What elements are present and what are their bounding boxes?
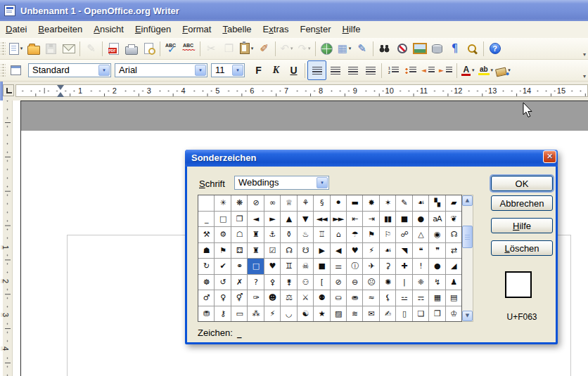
char-cell[interactable]: ⚉ xyxy=(314,290,329,306)
auto-spellcheck-button[interactable] xyxy=(180,39,198,58)
scroll-down-icon[interactable]: ▼ xyxy=(462,311,473,321)
char-cell[interactable]: ☙ xyxy=(380,243,395,259)
char-cell[interactable]: ◉ xyxy=(429,227,445,242)
paragraph-style-combo[interactable]: Standard ▼ xyxy=(28,63,111,77)
find-replace-button[interactable] xyxy=(376,39,393,58)
title-bar[interactable]: Unbenannt 1 - OpenOffice.org Writer xyxy=(0,0,588,21)
char-cell[interactable]: ☊ xyxy=(281,243,296,259)
char-cell[interactable] xyxy=(198,195,214,211)
char-cell[interactable]: ☗ xyxy=(198,243,214,259)
char-cell[interactable]: ▰ xyxy=(446,195,461,211)
char-cell[interactable]: ≋ xyxy=(347,306,362,322)
help-button[interactable] xyxy=(486,39,504,58)
char-cell[interactable]: ◡ xyxy=(281,306,296,322)
bold-button[interactable]: F xyxy=(250,61,267,79)
char-cell[interactable]: ⇥ xyxy=(363,212,378,227)
char-cell[interactable]: ▚ xyxy=(429,195,445,211)
char-cell[interactable]: ▲ xyxy=(281,212,296,227)
char-cell[interactable]: ▭ xyxy=(231,306,247,322)
insert-table-button[interactable]: ▦▾ xyxy=(335,39,353,58)
format-paintbrush-button[interactable]: ✐ xyxy=(255,39,273,58)
char-cell[interactable]: _ xyxy=(198,212,214,227)
char-cell[interactable]: ▬ xyxy=(347,195,362,211)
char-cell[interactable]: ☻ xyxy=(264,290,280,306)
send-email-button[interactable] xyxy=(60,39,77,58)
char-cell[interactable]: ⚡ xyxy=(264,306,280,322)
dropdown-arrow-icon[interactable]: ▾ xyxy=(290,46,293,51)
align-left-button[interactable] xyxy=(307,60,326,80)
char-cell[interactable]: ✶ xyxy=(380,195,395,211)
help-button[interactable]: Hilfe xyxy=(491,218,553,233)
close-icon[interactable] xyxy=(543,150,556,163)
char-cell[interactable]: ∞ xyxy=(264,195,280,211)
dropdown-arrow-icon[interactable]: ▾ xyxy=(20,46,23,51)
char-cell[interactable]: ⌂ xyxy=(331,227,346,242)
char-cell[interactable]: ◄◄ xyxy=(314,212,329,227)
char-cell[interactable]: ✍ xyxy=(380,306,395,322)
char-cell[interactable]: ★ xyxy=(314,306,329,322)
align-right-button[interactable] xyxy=(344,61,362,79)
char-cell[interactable]: ⚑ xyxy=(363,227,378,242)
char-cell[interactable]: ✉ xyxy=(363,306,378,322)
menu-bearbeiten[interactable]: Bearbeiten xyxy=(32,22,88,37)
grid-scrollbar[interactable]: ▲ ▼ xyxy=(462,195,473,322)
char-cell[interactable]: □ xyxy=(215,212,230,227)
char-cell[interactable]: ■ xyxy=(314,259,329,274)
char-cell[interactable]: ⚎ xyxy=(413,290,428,306)
toolbar-options-icon[interactable]: ▾ xyxy=(583,73,586,79)
char-cell[interactable]: ♂ xyxy=(198,290,214,306)
char-cell[interactable]: ❏ xyxy=(413,306,428,322)
menu-einfgen[interactable]: Einfügen xyxy=(129,22,177,37)
align-center-button[interactable] xyxy=(326,61,344,79)
new-document-button[interactable]: ▾ xyxy=(7,39,25,58)
background-color-button[interactable]: ▾ xyxy=(494,61,512,79)
scrollbar-thumb[interactable] xyxy=(462,226,473,248)
bullet-list-button[interactable] xyxy=(402,61,419,79)
char-cell[interactable]: ⊘ xyxy=(331,275,346,290)
zoom-button[interactable] xyxy=(464,39,481,58)
char-cell[interactable]: ⇤ xyxy=(347,212,362,227)
char-cell[interactable]: ⛀ xyxy=(331,290,346,306)
char-cell[interactable]: ►► xyxy=(331,212,346,227)
dropdown-arrow-icon[interactable]: ▾ xyxy=(251,46,254,51)
char-cell[interactable]: ? xyxy=(248,275,263,290)
cancel-button[interactable]: Abbrechen xyxy=(491,195,553,211)
char-cell[interactable]: ◀ xyxy=(331,243,346,259)
char-cell[interactable]: ▦ xyxy=(429,290,445,306)
char-cell[interactable]: ☂ xyxy=(347,227,362,242)
tab-type-selector[interactable] xyxy=(3,84,14,96)
char-cell[interactable]: ⚴ xyxy=(264,275,280,290)
char-cell[interactable]: | xyxy=(396,275,411,290)
char-cell[interactable]: ▼ xyxy=(298,212,313,227)
char-cell[interactable]: △ xyxy=(413,227,428,242)
open-document-button[interactable] xyxy=(25,39,42,58)
dropdown-arrow-icon[interactable]: ▾ xyxy=(491,67,494,73)
char-cell[interactable]: ✺ xyxy=(380,275,395,290)
draw-functions-button[interactable]: ✎ xyxy=(353,39,371,58)
char-cell[interactable]: ❐ xyxy=(231,212,247,227)
gallery-button[interactable] xyxy=(411,39,428,58)
char-cell[interactable]: ☋ xyxy=(298,243,313,259)
char-cell[interactable]: ⚓ xyxy=(264,227,280,242)
export-pdf-button[interactable] xyxy=(105,39,122,58)
decrease-indent-button[interactable] xyxy=(419,61,437,79)
char-cell[interactable]: ⚫ xyxy=(331,195,346,211)
char-cell[interactable]: ◄ xyxy=(248,212,263,227)
char-cell[interactable]: ▶ xyxy=(314,243,329,259)
dropdown-arrow-icon[interactable]: ▾ xyxy=(349,46,352,51)
menu-fenster[interactable]: Fenster xyxy=(294,22,336,37)
font-color-button[interactable]: ▾ xyxy=(459,61,477,79)
char-cell[interactable]: § xyxy=(314,195,329,211)
char-cell[interactable]: aA xyxy=(429,212,445,227)
char-cell[interactable]: ◢ xyxy=(446,259,461,274)
dropdown-arrow-icon[interactable]: ▾ xyxy=(472,67,475,73)
char-cell[interactable]: ♖ xyxy=(314,227,329,242)
char-cell[interactable]: ✑ xyxy=(248,290,263,306)
char-cell[interactable]: ⛃ xyxy=(198,306,214,322)
menu-extras[interactable]: Extras xyxy=(257,22,295,37)
paste-button[interactable]: ▾ xyxy=(238,39,255,58)
char-cell[interactable]: ❒ xyxy=(429,306,445,322)
char-cell[interactable]: ☍ xyxy=(396,227,411,242)
char-cell[interactable]: ❋ xyxy=(231,195,247,211)
chevron-down-icon[interactable]: ▼ xyxy=(195,65,206,76)
